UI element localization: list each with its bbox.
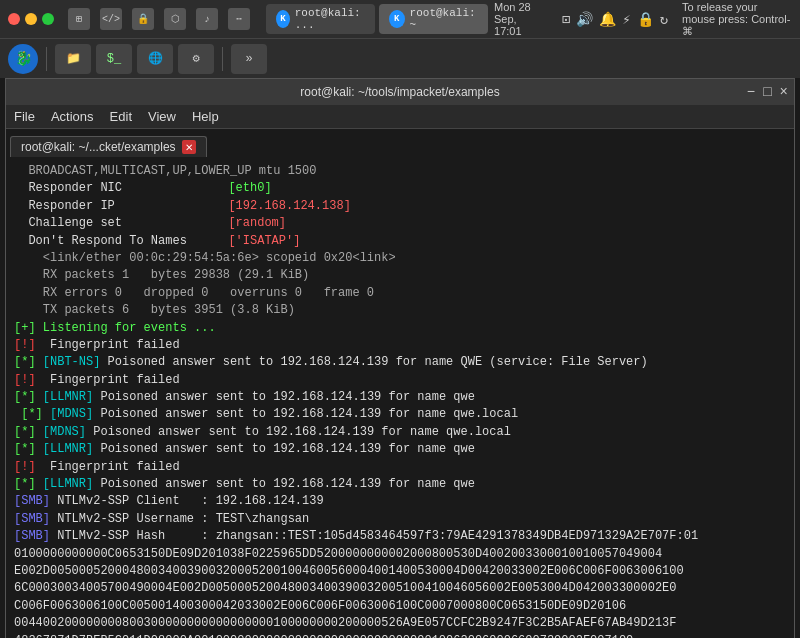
terminal-tab[interactable]: root@kali: ~/...cket/examples ✕ bbox=[10, 136, 207, 157]
tab-bar: root@kali: ~/...cket/examples ✕ bbox=[6, 129, 794, 157]
names-label: Don't Respond To Names bbox=[28, 233, 228, 250]
menu-bar: File Actions Edit View Help bbox=[6, 105, 794, 129]
terminal-applet[interactable]: $_ bbox=[96, 44, 132, 74]
term-controls: − □ × bbox=[747, 84, 788, 100]
lock-icon[interactable]: 🔒 bbox=[132, 8, 154, 30]
sep1 bbox=[46, 47, 47, 71]
sep2 bbox=[222, 47, 223, 71]
terminal-window: root@kali: ~/tools/impacket/examples − □… bbox=[5, 78, 795, 638]
kali-logo: K bbox=[276, 10, 290, 28]
terminal-tab-2[interactable]: K root@kali: ~ bbox=[379, 4, 488, 34]
control-hint: To release your mouse press: Control-⌘ bbox=[682, 1, 792, 38]
term-content[interactable]: BROADCAST,MULTICAST,UP,LOWER_UP mtu 1500… bbox=[6, 157, 794, 638]
taskbar2: 🐉 📁 $_ 🌐 ⚙ » bbox=[0, 38, 800, 78]
minimize-button[interactable] bbox=[25, 13, 37, 25]
dragon-applet[interactable]: 🐉 bbox=[8, 44, 38, 74]
traffic-lights bbox=[8, 13, 54, 25]
network-icon[interactable]: ⬡ bbox=[164, 8, 186, 30]
menu-edit[interactable]: Edit bbox=[110, 109, 132, 124]
bolt-icon[interactable]: ⚡ bbox=[622, 11, 630, 28]
kali-logo-2: K bbox=[389, 10, 405, 28]
extra-applet[interactable]: » bbox=[231, 44, 267, 74]
close-button[interactable] bbox=[8, 13, 20, 25]
bell-icon[interactable]: 🔔 bbox=[599, 11, 616, 28]
challenge-label: Challenge set bbox=[28, 215, 228, 232]
ip-val: [192.168.124.138] bbox=[228, 199, 350, 213]
maximize-term-button[interactable]: □ bbox=[763, 84, 771, 100]
tab-label: root@kali: ~/...cket/examples bbox=[21, 140, 176, 154]
term-titlebar: root@kali: ~/tools/impacket/examples − □… bbox=[6, 79, 794, 105]
tab2-label: root@kali: ~ bbox=[410, 7, 478, 31]
sys-icons: ⊡ 🔊 🔔 ⚡ 🔒 ↻ bbox=[562, 11, 668, 28]
os-icons: ⊞ </> 🔒 ⬡ ♪ ⋯ bbox=[68, 8, 250, 30]
maximize-button[interactable] bbox=[42, 13, 54, 25]
challenge-val: [random] bbox=[228, 216, 286, 230]
os-topbar: ⊞ </> 🔒 ⬡ ♪ ⋯ K root@kali: ... K root@ka… bbox=[0, 0, 800, 38]
menu-actions[interactable]: Actions bbox=[51, 109, 94, 124]
datetime: Mon 28 Sep, 17:01 bbox=[494, 1, 546, 37]
settings-applet[interactable]: ⚙ bbox=[178, 44, 214, 74]
menu-file[interactable]: File bbox=[14, 109, 35, 124]
menu-view[interactable]: View bbox=[148, 109, 176, 124]
tab-close-button[interactable]: ✕ bbox=[182, 140, 196, 154]
apps-icon[interactable]: ⊞ bbox=[68, 8, 90, 30]
terminal-tab-1[interactable]: K root@kali: ... bbox=[266, 4, 375, 34]
ip-label: Responder IP bbox=[28, 198, 228, 215]
minimize-term-button[interactable]: − bbox=[747, 84, 755, 100]
code-icon[interactable]: </> bbox=[100, 8, 122, 30]
menu-help[interactable]: Help bbox=[192, 109, 219, 124]
shield-icon[interactable]: 🔒 bbox=[637, 11, 654, 28]
audio-icon[interactable]: ♪ bbox=[196, 8, 218, 30]
browser-applet[interactable]: 🌐 bbox=[137, 44, 173, 74]
volume-icon[interactable]: 🔊 bbox=[576, 11, 593, 28]
nic-val: [eth0] bbox=[228, 181, 271, 195]
folder-applet[interactable]: 📁 bbox=[55, 44, 91, 74]
term-title: root@kali: ~/tools/impacket/examples bbox=[300, 85, 499, 99]
nic-label: Responder NIC bbox=[28, 180, 228, 197]
taskbar-tabs: K root@kali: ... K root@kali: ~ bbox=[266, 4, 488, 34]
close-term-button[interactable]: × bbox=[780, 84, 788, 100]
dots-icon[interactable]: ⋯ bbox=[228, 8, 250, 30]
refresh-icon[interactable]: ↻ bbox=[660, 11, 668, 28]
tab1-label: root@kali: ... bbox=[295, 7, 365, 31]
screen-icon[interactable]: ⊡ bbox=[562, 11, 570, 28]
names-val: ['ISATAP'] bbox=[228, 234, 300, 248]
